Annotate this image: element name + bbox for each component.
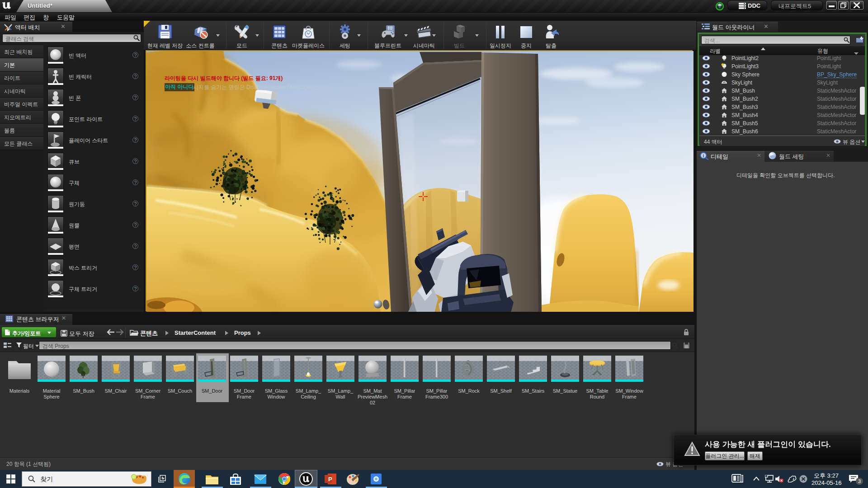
svg-text:i: i [703, 153, 704, 158]
svg-text:P: P [328, 476, 332, 483]
